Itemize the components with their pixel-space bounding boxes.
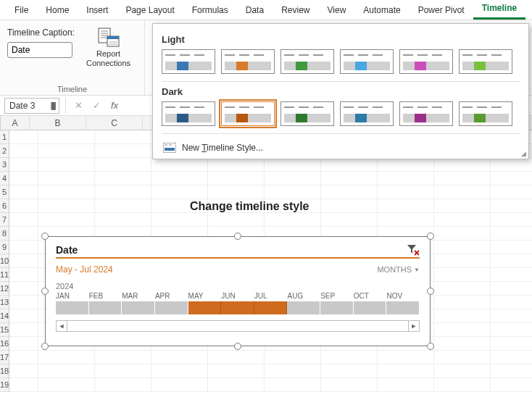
timeline-segment[interactable] [254, 301, 288, 314]
cell[interactable] [9, 199, 38, 213]
cell[interactable] [208, 172, 265, 185]
row-header[interactable]: 6 [0, 199, 9, 213]
resize-handle-e[interactable] [427, 288, 434, 295]
cell[interactable] [9, 254, 38, 268]
cell[interactable] [434, 282, 491, 296]
resize-handle-w[interactable] [41, 288, 49, 295]
cell[interactable] [434, 296, 491, 309]
cell[interactable] [95, 351, 151, 364]
row-header[interactable]: 17 [0, 351, 9, 364]
ribbon-tab-timeline[interactable]: Timeline [473, 0, 525, 20]
timeline-style-swatch[interactable] [459, 49, 512, 74]
cell[interactable] [491, 185, 532, 199]
cell[interactable] [9, 282, 38, 296]
cell[interactable] [38, 213, 95, 227]
cell[interactable] [321, 213, 378, 227]
ribbon-tab-automate[interactable]: Automate [354, 2, 409, 20]
cell[interactable] [9, 364, 38, 378]
timeline-segment[interactable] [221, 301, 254, 314]
cell[interactable] [434, 364, 491, 378]
row-header[interactable]: 5 [0, 185, 9, 199]
timeline-segment[interactable] [354, 301, 387, 314]
cell[interactable] [38, 172, 95, 185]
cell[interactable] [434, 351, 491, 364]
cell[interactable] [491, 213, 532, 227]
cell[interactable] [491, 282, 532, 296]
cell[interactable] [151, 213, 208, 227]
cell[interactable] [321, 199, 378, 213]
row-header[interactable]: 2 [0, 144, 9, 158]
timeline-style-swatch[interactable] [280, 49, 334, 74]
timeline-style-swatch[interactable] [340, 49, 394, 74]
row-header[interactable]: 16 [0, 337, 9, 351]
cell[interactable] [38, 158, 95, 172]
cell[interactable] [151, 351, 208, 364]
timeline-level-selector[interactable]: MONTHS▼ [377, 265, 420, 274]
cell[interactable] [9, 268, 38, 282]
cell[interactable] [434, 227, 491, 241]
ribbon-tab-insert[interactable]: Insert [78, 2, 117, 20]
cell[interactable] [151, 185, 208, 199]
cell[interactable] [9, 158, 38, 172]
cell[interactable] [321, 185, 378, 199]
cell[interactable] [378, 378, 434, 392]
cell[interactable] [491, 172, 532, 185]
fx-icon[interactable]: fx [108, 100, 121, 111]
cell[interactable] [95, 364, 151, 378]
cell[interactable] [434, 254, 491, 268]
cell[interactable] [95, 199, 151, 213]
cell[interactable] [9, 351, 38, 364]
resize-handle-ne[interactable] [427, 233, 434, 240]
ribbon-tab-data[interactable]: Data [237, 2, 273, 20]
cell[interactable] [491, 199, 532, 213]
cell[interactable] [208, 378, 265, 392]
cell[interactable] [208, 185, 265, 199]
cell[interactable] [265, 172, 321, 185]
resize-handle-sw[interactable] [41, 343, 49, 350]
cell[interactable] [9, 130, 38, 144]
row-header[interactable]: 8 [0, 227, 9, 241]
row-header[interactable]: 12 [0, 282, 9, 296]
timeline-slicer[interactable]: Date May - Jul 2024 MONTHS▼ 2024 JANFEBM… [45, 236, 431, 346]
cell[interactable] [491, 296, 532, 309]
cell[interactable] [265, 351, 321, 364]
cell[interactable] [491, 337, 532, 351]
cell[interactable] [38, 144, 95, 158]
row-header[interactable]: 18 [0, 364, 9, 378]
cell[interactable] [95, 144, 151, 158]
cell[interactable] [208, 351, 265, 364]
ribbon-tab-formulas[interactable]: Formulas [183, 2, 237, 20]
timeline-caption-input[interactable] [7, 42, 72, 58]
cell[interactable] [95, 172, 151, 185]
cell[interactable] [321, 351, 378, 364]
timeline-segment[interactable] [89, 301, 122, 314]
cell[interactable] [208, 364, 265, 378]
cell[interactable] [491, 241, 532, 254]
timeline-segment[interactable] [287, 301, 320, 314]
cell[interactable] [321, 364, 378, 378]
row-header[interactable]: 19 [0, 378, 9, 392]
cell[interactable] [9, 213, 38, 227]
cell[interactable] [491, 351, 532, 364]
cell[interactable] [95, 213, 151, 227]
new-timeline-style-button[interactable]: New Timeline Style... [162, 138, 520, 154]
scroll-right-button[interactable]: ► [408, 320, 420, 332]
cell[interactable] [38, 364, 95, 378]
timeline-segment[interactable] [188, 301, 222, 314]
cell[interactable] [9, 144, 38, 158]
cell[interactable] [491, 309, 532, 323]
cell[interactable] [434, 185, 491, 199]
cell[interactable] [151, 378, 208, 392]
resize-handle-nw[interactable] [41, 233, 49, 240]
cell[interactable] [491, 323, 532, 337]
cell[interactable] [378, 199, 434, 213]
row-header[interactable]: 13 [0, 296, 9, 309]
cell[interactable] [491, 254, 532, 268]
cell[interactable] [321, 158, 378, 172]
cell[interactable] [321, 378, 378, 392]
cell[interactable] [265, 185, 321, 199]
accept-formula-icon[interactable]: ✓ [90, 100, 104, 111]
timeline-style-swatch[interactable] [459, 101, 512, 126]
cell[interactable] [9, 309, 38, 323]
row-header[interactable]: 9 [0, 241, 9, 254]
